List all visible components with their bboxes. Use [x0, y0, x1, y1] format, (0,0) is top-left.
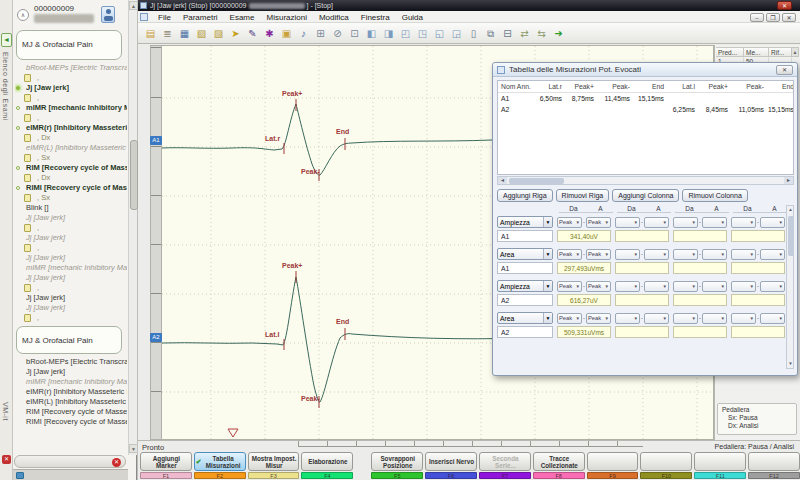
range-to-select[interactable]: ▼ — [644, 249, 669, 260]
table-row[interactable]: A1 6,50ms 8,75ms 11,45ms 15,15ms — [498, 93, 794, 104]
scroll-left-icon[interactable]: ◄ — [498, 177, 507, 184]
range-from-select[interactable]: ▼ — [731, 217, 756, 228]
fkey-button[interactable]: Tracce Collezionate — [533, 452, 585, 471]
layout-1-icon[interactable]: ◰ — [398, 25, 413, 41]
range-from-select[interactable]: ▼ — [673, 281, 698, 292]
column-header[interactable]: Lat.r — [532, 81, 565, 93]
acquire-icon[interactable]: ⇆ — [534, 25, 549, 41]
exam-tree-item[interactable]: RIM [Recovery cycle of Masseteric Inhib — [15, 163, 127, 173]
restore-button[interactable]: ❐ — [766, 13, 780, 22]
measure-channel[interactable]: A1 — [497, 230, 553, 242]
range-to-select[interactable]: ▼ — [644, 281, 669, 292]
range-from-select[interactable]: ▼ — [673, 217, 698, 228]
measure-channel[interactable]: A2 — [497, 294, 553, 306]
export-icon[interactable]: ➤ — [228, 25, 243, 41]
range-to-select[interactable]: ▼ — [702, 249, 727, 260]
exam-tree-item[interactable]: mIMR [mechanic Inhibitory Masseteric Re — [15, 377, 127, 387]
pen-icon[interactable]: ✎ — [245, 25, 260, 41]
page-stack-icon[interactable]: ⊟ — [500, 25, 515, 41]
table-row[interactable]: A2 6,25ms 8,45ms 11,05ms 15,15ms — [498, 104, 794, 115]
page-copy-icon[interactable]: ⧉ — [483, 25, 498, 41]
print-icon[interactable]: ≣ — [160, 25, 175, 41]
exam-tree-item[interactable]: , Dx — [15, 173, 127, 183]
minimize-button[interactable]: – — [750, 13, 764, 22]
exam-tree-item[interactable]: eIMR(r) [Inhibitory Masseteric Reflex] — [15, 123, 127, 133]
exam-tree-item[interactable]: , — [15, 73, 127, 83]
channel-tag-a1[interactable]: A1 — [150, 136, 162, 145]
range-to-select[interactable]: ▼ — [702, 313, 727, 324]
notes-icon[interactable]: ⊞ — [313, 25, 328, 41]
exam-tree-item[interactable]: Jj [Jaw jerk] — [15, 83, 127, 93]
range-from-select[interactable]: ▼ — [731, 313, 756, 324]
column-header[interactable]: Lat.l — [667, 81, 698, 93]
exam-tree-item[interactable]: Jj [Jaw jerk] — [15, 273, 127, 283]
exam-tree-item[interactable]: eIMR(L) [Inhibitory Masseteric Reflex] — [15, 397, 127, 407]
measure-channel[interactable]: A1 — [497, 262, 553, 274]
menu-item[interactable]: Misurazioni — [260, 13, 312, 22]
exam-tree-item[interactable]: , — [15, 223, 127, 233]
exam-tree-item[interactable]: , — [15, 283, 127, 293]
fkey-strip[interactable]: F4 — [301, 472, 353, 479]
scroll-right-icon[interactable]: ► — [784, 177, 793, 184]
fkey-button[interactable]: ✔Tabella Misurazioni — [194, 452, 246, 471]
menu-item[interactable]: Guida — [396, 13, 429, 22]
range-to-select[interactable]: Peak▼ — [586, 249, 611, 260]
range-to-select[interactable]: Peak▼ — [586, 281, 611, 292]
channel-tag-a2[interactable]: A2 — [150, 333, 162, 342]
measure-type-select[interactable]: Area▼ — [497, 312, 553, 324]
scroll-up-icon[interactable]: ▲ — [791, 47, 799, 57]
menu-item[interactable]: Parametri — [177, 13, 224, 22]
exam-list-icon[interactable]: ▧ — [194, 25, 209, 41]
close-strip-icon[interactable]: ✕ — [2, 455, 11, 464]
range-from-select[interactable]: Peak▼ — [557, 249, 582, 260]
range-from-select[interactable]: ▼ — [731, 281, 756, 292]
tools-icon[interactable]: ✱ — [262, 25, 277, 41]
fkey-strip[interactable]: F1 — [140, 472, 192, 479]
column-header[interactable]: Peak+ — [565, 81, 597, 93]
fkey-button[interactable] — [748, 452, 800, 471]
range-from-select[interactable]: Peak▼ — [557, 313, 582, 324]
range-from-select[interactable]: ▼ — [673, 249, 698, 260]
fkey-strip[interactable]: F12 — [748, 472, 800, 479]
range-to-select[interactable]: ▼ — [702, 281, 727, 292]
measure-type-select[interactable]: Area▼ — [497, 248, 553, 260]
column-header[interactable]: Peak- — [731, 81, 767, 93]
range-from-select[interactable]: ▼ — [615, 249, 640, 260]
exam-tree-item[interactable]: RIMI [Recovery cycle of Masseteric Inhi — [15, 183, 127, 193]
layout-4-icon[interactable]: ◲ — [449, 25, 464, 41]
range-to-select[interactable]: ▼ — [760, 281, 785, 292]
patient-card-icon[interactable] — [101, 6, 115, 23]
scrollbar-thumb[interactable] — [788, 216, 794, 256]
fkey-button[interactable]: Elaborazione — [301, 452, 353, 471]
exam-tree-item[interactable]: , — [15, 93, 127, 103]
range-to-select[interactable]: ▼ — [644, 313, 669, 324]
close-exam-icon[interactable]: ✕ — [112, 458, 121, 467]
image-icon[interactable]: ▣ — [279, 25, 294, 41]
horizontal-scrollbar[interactable]: ◄ ► — [497, 176, 794, 185]
layout-2-icon[interactable]: ◳ — [415, 25, 430, 41]
edit-trace-icon[interactable]: ⊘ — [330, 25, 345, 41]
measure-type-select[interactable]: Ampiezza▼ — [497, 280, 553, 292]
range-from-select[interactable]: Peak▼ — [557, 217, 582, 228]
scroll-up-icon[interactable]: ▲ — [129, 1, 138, 10]
fkey-strip[interactable]: F11 — [694, 472, 746, 479]
range-to-select[interactable]: Peak▼ — [586, 313, 611, 324]
exam-tree-item[interactable]: Jj [Jaw jerk] — [15, 367, 127, 377]
fkey-button[interactable] — [640, 452, 692, 471]
range-to-select[interactable]: ▼ — [644, 217, 669, 228]
transfer-icon[interactable]: ⇄ — [517, 25, 532, 41]
patient-card-icon[interactable]: ▦ — [177, 25, 192, 41]
new-exam-icon[interactable]: ▤ — [143, 25, 158, 41]
dialog-action-button[interactable]: Rimuovi Riga — [556, 189, 610, 202]
column-header[interactable]: Me... — [744, 47, 769, 57]
column-header[interactable]: Peak- — [597, 81, 633, 93]
fkey-strip[interactable]: F5 — [371, 472, 423, 479]
dialog-action-button[interactable]: Aggiungi Riga — [497, 189, 553, 202]
exam-tree-item[interactable]: Jj [Jaw jerk] — [15, 213, 127, 223]
exam-tree-item[interactable]: eIMR(r) [Inhibitory Masseteric Reflex] — [15, 387, 127, 397]
vertical-scrollbar[interactable]: ▲ ▼ — [786, 205, 794, 369]
edit-marker-icon[interactable]: ⊡ — [347, 25, 362, 41]
measure-channel[interactable]: A2 — [497, 326, 553, 338]
menu-item[interactable]: Esame — [224, 13, 261, 22]
fkey-strip[interactable]: F7 — [479, 472, 531, 479]
